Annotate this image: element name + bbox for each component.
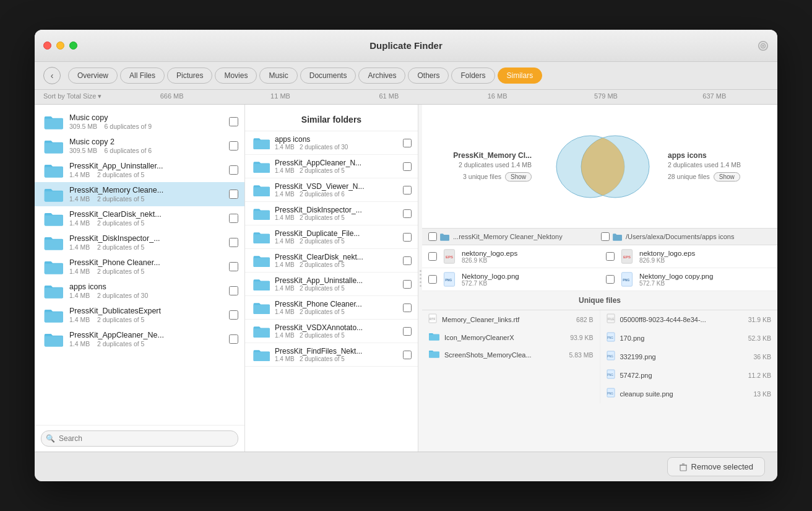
sidebar-item[interactable]: apps icons 1.4 MB 2 duplicates of 30 (35, 279, 244, 303)
close-button[interactable] (43, 41, 51, 50)
unique-file-row: PNG cleanup suite.png 13 KB (600, 385, 778, 403)
venn-left-label: PressKit_Memory Cl... 2 duplicates used … (445, 151, 532, 181)
middle-list-item[interactable]: PressKit_AppCleaner_N... 1.4 MB 2 duplic… (245, 155, 418, 178)
middle-list-item[interactable]: PressKit_ClearDisk_nekt... 1.4 MB 2 dupl… (245, 249, 418, 273)
file-name-left-1: Nektony_logo.png (462, 273, 594, 280)
file-cell-right-1: PNG Nektony_logo copy.png 572.7 KB (600, 268, 777, 290)
file-cell-left-0: EPS nektony_logo.eps 826.9 KB (422, 245, 600, 268)
png-icon-right-1: PNG (620, 272, 634, 287)
svg-text:PNG: PNG (445, 278, 452, 282)
unique-file-name: 332199.png (620, 353, 749, 360)
middle-item-checkbox[interactable] (403, 280, 412, 289)
titlebar: Duplicate Finder (35, 30, 777, 62)
unique-left-col: RTF Memory_Cleaner_links.rtf 682 B Icon_… (422, 310, 600, 403)
sidebar-item[interactable]: PressKit_Phone Cleaner... 1.4 MB 2 dupli… (35, 255, 244, 279)
middle-item-info: PressKit_App_Uninstalle... 1.4 MB 2 dupl… (275, 276, 398, 292)
sidebar-item[interactable]: PressKit_DublicatesExpert 1.4 MB 2 dupli… (35, 303, 244, 327)
middle-item-checkbox[interactable] (403, 209, 412, 218)
venn-right-folder-name: apps icons (668, 151, 754, 160)
middle-list-item[interactable]: PressKit_Phone Cleaner... 1.4 MB 2 dupli… (245, 296, 418, 320)
venn-right-show-button[interactable]: Show (714, 172, 740, 181)
middle-item-checkbox[interactable] (403, 351, 412, 359)
middle-item-checkbox[interactable] (403, 327, 412, 336)
middle-list: apps icons 1.4 MB 2 duplicates of 30 Pre… (245, 131, 418, 452)
file-check-left-1[interactable] (428, 275, 437, 284)
middle-item-checkbox[interactable] (403, 233, 412, 242)
file-check-right-0[interactable] (606, 252, 615, 261)
tab-music[interactable]: Music (259, 68, 297, 84)
middle-item-name: PressKit_VSDXAnnotato... (275, 323, 398, 332)
size-val-5: 637 MB (660, 92, 769, 100)
middle-list-item[interactable]: apps icons 1.4 MB 2 duplicates of 30 (245, 131, 418, 155)
svg-text:PNG: PNG (607, 336, 613, 339)
middle-list-item[interactable]: PressKit_FindFiles_Nekt... 1.4 MB 2 dupl… (245, 343, 418, 367)
maximize-button[interactable] (69, 41, 77, 50)
rss-icon[interactable] (758, 40, 769, 51)
svg-text:EPS: EPS (446, 255, 453, 259)
tab-folders[interactable]: Folders (451, 68, 495, 84)
sidebar-item[interactable]: Music copy 2 309.5 MB 6 duplicates of 6 (35, 134, 244, 158)
compare-left-col: ...ressKit_Memory Cleaner_Nektony (439, 232, 598, 241)
middle-list-item[interactable]: PressKit_DiskInspector_... 1.4 MB 2 dupl… (245, 202, 418, 225)
middle-list-item[interactable]: PressKit_VSD_Viewer_N... 1.4 MB 2 duplic… (245, 178, 418, 202)
sidebar-item-checkbox[interactable] (229, 262, 238, 271)
middle-item-checkbox[interactable] (403, 139, 412, 147)
remove-selected-button[interactable]: Remove selected (667, 457, 765, 476)
back-button[interactable]: ‹ (43, 67, 61, 84)
middle-item-info: PressKit_FindFiles_Nekt... 1.4 MB 2 dupl… (275, 347, 398, 362)
venn-left-dups: 2 duplicates used 1.4 MB (445, 161, 532, 168)
middle-item-checkbox[interactable] (403, 304, 412, 312)
folder-icon (43, 138, 63, 154)
sidebar-item-checkbox[interactable] (229, 190, 238, 199)
venn-left-show-button[interactable]: Show (505, 172, 532, 181)
sidebar-item[interactable]: PressKit_ClearDisk_nekt... 1.4 MB 2 dupl… (35, 206, 244, 230)
sidebar-item-info: PressKit_App_Uninstaller... 1.4 MB 2 dup… (69, 162, 223, 178)
file-info-right-1: Nektony_logo copy.png 572.7 KB (639, 273, 771, 287)
sidebar-item[interactable]: Music copy 309.5 MB 6 duplicates of 9 (35, 110, 244, 134)
middle-item-info: PressKit_VSDXAnnotato... 1.4 MB 2 duplic… (275, 323, 398, 339)
tab-others[interactable]: Others (408, 68, 449, 84)
search-input[interactable] (41, 430, 238, 447)
middle-list-item[interactable]: PressKit_VSDXAnnotato... 1.4 MB 2 duplic… (245, 320, 418, 343)
minimize-button[interactable] (56, 41, 64, 50)
tab-similars[interactable]: Similars (498, 68, 543, 84)
sidebar-item-checkbox[interactable] (229, 214, 238, 223)
sidebar-item[interactable]: PressKit_App_Uninstaller... 1.4 MB 2 dup… (35, 158, 244, 182)
tab-movies[interactable]: Movies (215, 68, 257, 84)
sidebar-item-checkbox[interactable] (229, 165, 238, 175)
file-check-right-1[interactable] (606, 275, 615, 284)
file-check-left-0[interactable] (428, 252, 437, 261)
sidebar-item[interactable]: PressKit_AppCleaner_Ne... 1.4 MB 2 dupli… (35, 327, 244, 351)
tab-overview[interactable]: Overview (68, 68, 118, 84)
middle-item-checkbox[interactable] (403, 256, 412, 265)
middle-list-item[interactable]: PressKit_Duplicate_File... 1.4 MB 2 dupl… (245, 225, 418, 249)
sidebar-item-checkbox[interactable] (229, 117, 238, 126)
tab-all-files[interactable]: All Files (120, 68, 165, 84)
sidebar-item-checkbox[interactable] (229, 334, 238, 344)
middle-list-item[interactable]: PressKit_App_Uninstalle... 1.4 MB 2 dupl… (245, 273, 418, 296)
sort-label[interactable]: Sort by Total Size ▾ (43, 92, 118, 100)
middle-item-checkbox[interactable] (403, 186, 412, 194)
file-name-right-1: Nektony_logo copy.png (639, 273, 771, 280)
compare-left-check[interactable] (428, 232, 437, 241)
sidebar-item[interactable]: PressKit_Memory Cleane... 1.4 MB 2 dupli… (35, 182, 244, 206)
folder-icon (253, 160, 270, 173)
tab-documents[interactable]: Documents (300, 68, 356, 84)
middle-item-checkbox[interactable] (403, 162, 412, 171)
sidebar-item-name: Music copy (69, 113, 223, 122)
file-info-left-0: nektony_logo.eps 826.9 KB (462, 250, 594, 264)
compare-right-check[interactable] (601, 232, 610, 241)
sidebar-item[interactable]: PressKit_DiskInspector_... 1.4 MB 2 dupl… (35, 230, 244, 255)
sidebar-item-info: PressKit_ClearDisk_nekt... 1.4 MB 2 dupl… (69, 210, 223, 227)
sidebar-item-checkbox[interactable] (229, 286, 238, 295)
unique-file-size: 13 KB (753, 390, 771, 398)
compare-header: ...ressKit_Memory Cleaner_Nektony /Users… (422, 229, 777, 245)
tab-archives[interactable]: Archives (358, 68, 405, 84)
sidebar-item-checkbox[interactable] (229, 238, 238, 247)
sidebar-item-checkbox[interactable] (229, 310, 238, 320)
middle-item-name: PressKit_Duplicate_File... (275, 229, 398, 238)
tab-pictures[interactable]: Pictures (167, 68, 212, 84)
size-val-3: 16 MB (443, 92, 551, 100)
venn-svg (544, 126, 655, 207)
sidebar-item-checkbox[interactable] (229, 141, 238, 151)
